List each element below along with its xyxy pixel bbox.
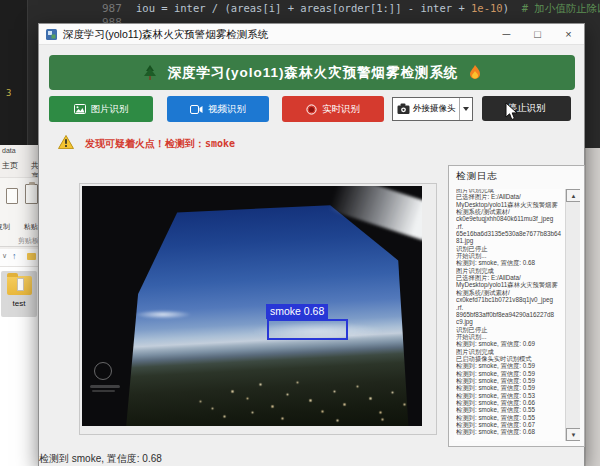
flame-icon (469, 65, 481, 80)
log-lines: 图片识别完成已选择图片: E:/AllData/MyDesktop/yolo11… (456, 189, 564, 436)
log-line: 开始识别... (456, 252, 564, 259)
app-icon (46, 29, 57, 40)
video-recognition-button[interactable]: 视频识别 (167, 96, 269, 122)
log-scrollbar[interactable]: ▲ ▼ (565, 189, 580, 441)
screen: 3 987 988 iou = inter / (areas[i] + area… (0, 0, 600, 466)
alert-message: 发现可疑着火点！检测到：smoke (85, 137, 235, 151)
detection-label: smoke 0.68 (266, 304, 328, 319)
video-display-panel: smoke 0.68 (79, 183, 437, 435)
image-button-label: 图片识别 (91, 103, 129, 116)
chevron-down-icon (463, 107, 469, 111)
video-icon (190, 105, 203, 114)
log-line: MyDesktop/yolo11森林火灾预警烟雾 (456, 281, 564, 288)
detection-log-panel: 检测日志 图片识别完成已选择图片: E:/AllData/MyDesktop/y… (448, 165, 585, 447)
log-line: 检测到: smoke, 置信度: 0.66 (456, 399, 564, 406)
titlebar[interactable]: 深度学习(yolo11)森林火灾预警烟雾检测系统 ─ □ × (39, 24, 584, 45)
video-watermark-logo (94, 362, 112, 380)
log-line: 已启动摄像头实时识别模式 (456, 355, 564, 362)
explorer-tab-home[interactable]: 主页 (2, 160, 18, 171)
editor-code-line: iou = inter / (areas[i] + areas[order[1:… (136, 2, 600, 16)
app-window: 深度学习(yolo11)森林火灾预警烟雾检测系统 ─ □ × 深度学习(yolo… (38, 23, 585, 466)
camera-source-select[interactable]: 外接摄像头 (392, 97, 473, 121)
camera-select-value: 外接摄像头 (413, 103, 456, 115)
log-line: 检测到: smoke, 置信度: 0.68 (456, 259, 564, 266)
record-icon (306, 104, 317, 115)
log-line: 65e16ba6d3135e530a8e7677b83b64 (456, 230, 564, 237)
status-bar: 检测到 smoke, 置信度: 0.68 (39, 452, 162, 466)
alert-prefix: 发现可疑着火点！检测到： (85, 138, 205, 149)
log-line: 已选择图片: E:/AllData/ (456, 193, 564, 200)
banner-title: 深度学习(yolo11)森林火灾预警烟雾检测系统 (167, 64, 458, 82)
image-icon (74, 104, 86, 114)
window-controls: ─ □ × (491, 24, 584, 45)
code-text: iou = inter / (areas[i] + areas[order[1:… (136, 2, 471, 14)
copy-label[interactable]: 复制 (0, 222, 10, 232)
log-line: 检测到: smoke, 置信度: 0.59 (456, 384, 564, 391)
chevron-down-icon[interactable]: ∨ (2, 252, 7, 260)
log-line: 检测到: smoke, 置信度: 0.59 (456, 370, 564, 377)
log-line: 图片识别完成 (456, 267, 564, 274)
copy-icon[interactable] (6, 188, 18, 204)
log-line: 图片识别完成 (456, 348, 564, 355)
explorer-nav-bar: ∨ ↑ (0, 249, 38, 267)
log-line: 检测到: smoke, 置信度: 0.69 (456, 340, 564, 347)
paste-label[interactable]: 粘贴 (24, 222, 38, 232)
scroll-up-icon[interactable]: ▲ (566, 189, 580, 202)
video-button-label: 视频识别 (208, 103, 246, 116)
image-recognition-button[interactable]: 图片识别 (49, 96, 153, 122)
stop-recognition-button[interactable]: 停止识别 (482, 96, 571, 121)
folder-icon (7, 276, 32, 295)
log-line: 检测到: smoke, 置信度: 0.53 (456, 392, 564, 399)
log-line: 检测系统/测试素材/ (456, 208, 564, 215)
log-line: .rf. (456, 304, 564, 311)
log-line: 检测到: smoke, 置信度: 0.59 (456, 377, 564, 384)
log-line: 开始识别... (456, 333, 564, 340)
select-caret-box[interactable] (459, 98, 472, 120)
log-line: 检测到: smoke, 置信度: 0.67 (456, 421, 564, 428)
editor-gutter-number: 3 (6, 88, 11, 98)
log-line: cx0kefd71bc1b0721v88q1jv0_jpeg (456, 296, 564, 303)
code-comment: # 加小值防止除以0 (509, 2, 600, 14)
up-arrow-icon[interactable]: ↑ (12, 251, 17, 261)
close-button[interactable]: × (553, 24, 584, 45)
log-line: 8965bf83aff0bf8ea94290a16227d8 (456, 311, 564, 318)
fire-alert-row: 发现可疑着火点！检测到：smoke (39, 134, 584, 154)
log-body[interactable]: 图片识别完成已选择图片: E:/AllData/MyDesktop/yolo11… (454, 189, 580, 441)
realtime-recognition-button[interactable]: 实时识别 (282, 96, 384, 122)
realtime-button-label: 实时识别 (322, 103, 360, 116)
log-line: 识别已停止 (456, 245, 564, 252)
video-watermark-text (92, 390, 115, 392)
video-watermark-text (90, 385, 120, 388)
folder-item-test[interactable]: test (1, 271, 37, 317)
detection-bounding-box (267, 319, 348, 340)
clipboard-group-label: 剪贴板 (18, 236, 38, 246)
snow-mountain-highlight (134, 310, 192, 319)
log-line: 识别已停止 (456, 326, 564, 333)
header-banner: 深度学习(yolo11)森林火灾预警烟雾检测系统 (49, 55, 575, 90)
address-folder-icon (27, 253, 36, 260)
folder-label: test (1, 299, 37, 308)
log-title: 检测日志 (456, 170, 498, 183)
log-line: 检测系统/测试素材/ (456, 289, 564, 296)
minimize-button[interactable]: ─ (491, 24, 522, 45)
window-title: 深度学习(yolo11)森林火灾预警烟雾检测系统 (63, 28, 268, 42)
scroll-down-icon[interactable]: ▼ (566, 428, 580, 441)
document-icon (17, 278, 24, 291)
mouse-cursor (505, 102, 518, 121)
log-line: MyDesktop/yolo11森林火灾预警烟雾 (456, 201, 564, 208)
paste-icon[interactable] (25, 184, 38, 204)
camera-icon (397, 103, 410, 115)
terrain-lights (82, 186, 83, 187)
maximize-button[interactable]: □ (522, 24, 553, 45)
code-number: 1e-10 (471, 2, 503, 14)
log-line: 已选择图片: E:/AllData/ (456, 274, 564, 281)
explorer-title: data (2, 147, 38, 154)
clipboard-clip (29, 182, 35, 185)
log-line: c9.jpg (456, 318, 564, 325)
file-explorer-fragment: data 主页 共享 复制 粘贴 剪贴板 ∨ ↑ test (0, 145, 38, 466)
log-line: 检测到: smoke, 置信度: 0.68 (456, 428, 564, 435)
log-line: ck0e9etuqjxhh0840k611mu3f_jpeg (456, 215, 564, 222)
log-line: 检测到: smoke, 置信度: 0.59 (456, 362, 564, 369)
warning-icon (58, 135, 74, 149)
log-line: .rf. (456, 223, 564, 230)
